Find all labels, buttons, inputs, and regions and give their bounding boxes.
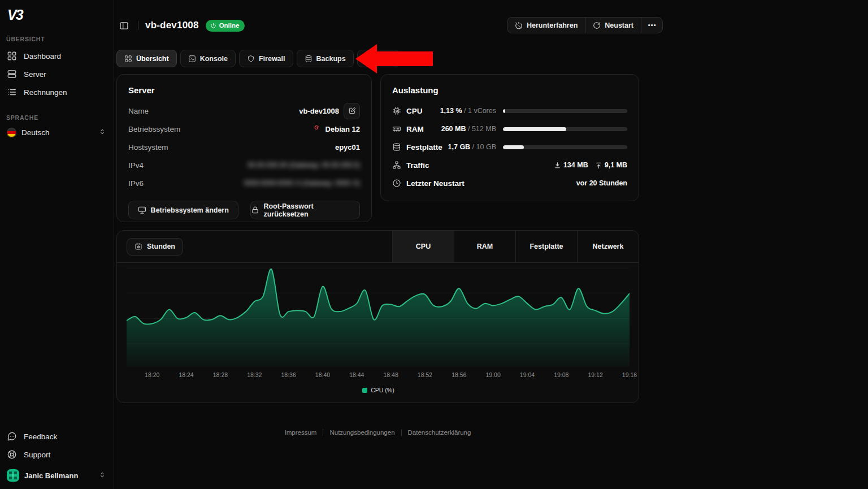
disk-usage-value: 1,7 GB / 10 GB <box>448 143 496 151</box>
footer-link-impressum[interactable]: Impressum <box>285 429 317 436</box>
traffic-download: 134 MB <box>554 161 588 169</box>
server-row-ipv4: IPv4 00.00.000.00 (Gateway: 00.00.000.0) <box>128 156 360 174</box>
sidebar-section-uebersicht: ÜBERSICHT <box>6 36 45 42</box>
edit-name-button[interactable] <box>344 103 360 119</box>
tab-backups[interactable]: Backups <box>297 50 354 67</box>
chevrons-up-down-icon <box>98 128 106 137</box>
chart-tab-festplatte[interactable]: Festplatte <box>515 231 577 262</box>
disk-progress-bar <box>503 145 627 149</box>
monitor-icon <box>138 206 146 214</box>
host-value: epyc01 <box>335 143 360 152</box>
cpu-area-chart <box>127 262 630 367</box>
legend-label: CPU (%) <box>371 387 394 393</box>
cpu-progress-bar <box>503 109 627 113</box>
server-card: Server Name vb-dev1008 Betriebssystem De… <box>116 74 372 222</box>
disk-icon <box>392 142 401 152</box>
cpu-usage-value: 1,13 % / 1 vCores <box>440 107 496 115</box>
language-select[interactable]: Deutsch <box>2 124 111 141</box>
chat-bubble-icon <box>7 431 17 442</box>
chart-x-axis: 18:2018:2418:2818:3218:3618:4018:4418:48… <box>127 371 630 379</box>
last-restart-value: vor 20 Stunden <box>576 179 627 187</box>
ipv6-value-redacted: 0000:0000:0000::0 (Gateway: 0000::0) <box>244 179 360 187</box>
ellipsis-icon: ⋯ <box>648 21 656 29</box>
sidebar-item-rechnungen[interactable]: Rechnungen <box>2 83 111 101</box>
german-flag-icon <box>7 128 16 137</box>
sidebar-item-label: Feedback <box>24 432 57 441</box>
grid-icon <box>7 51 17 61</box>
user-menu[interactable]: Janic Bellmann <box>2 467 111 484</box>
divider <box>138 21 138 30</box>
clock-icon <box>392 179 401 188</box>
grid-icon <box>124 55 132 63</box>
legend-swatch <box>362 388 367 393</box>
pencil-square-icon <box>348 107 356 115</box>
chart-tab-cpu[interactable]: CPU <box>392 231 454 262</box>
power-icon <box>210 23 216 29</box>
x-tick-label: 18:56 <box>452 371 466 378</box>
x-tick-label: 18:48 <box>383 371 398 378</box>
restart-button[interactable]: Neustart <box>585 18 641 33</box>
server-icon <box>7 69 17 79</box>
panel-left-icon <box>119 21 129 31</box>
traffic-upload: 9,1 MB <box>595 161 627 169</box>
upload-icon <box>595 162 602 169</box>
list-icon <box>7 87 17 97</box>
shield-icon <box>247 55 255 63</box>
sidebar: V3 ÜBERSICHT Dashboard Server Rechnungen… <box>0 0 114 489</box>
memory-icon <box>392 124 401 133</box>
more-actions-button[interactable]: ⋯ <box>641 18 662 33</box>
status-badge: Online <box>206 20 245 32</box>
chart-metric-tabs: CPU RAM Festplatte Netzwerk <box>392 231 639 262</box>
sidebar-item-dashboard[interactable]: Dashboard <box>2 47 111 65</box>
change-os-button[interactable]: Betriebssystem ändern <box>128 201 238 219</box>
server-actions: Herunterfahren Neustart ⋯ <box>507 17 663 33</box>
sidebar-item-feedback[interactable]: Feedback <box>2 427 111 445</box>
x-tick-label: 18:32 <box>247 371 262 378</box>
tab-firewall[interactable]: Firewall <box>239 50 293 67</box>
divider <box>323 429 323 436</box>
chart-header: Stunden CPU RAM Festplatte Netzwerk <box>117 231 639 263</box>
footer-link-nutzungsbedingungen[interactable]: Nutzungsbedingungen <box>329 429 394 436</box>
avatar <box>7 469 19 482</box>
sidebar-item-label: Support <box>24 451 50 459</box>
server-row-name: Name vb-dev1008 <box>128 102 360 120</box>
sidebar-item-label: Rechnungen <box>24 88 67 97</box>
x-tick-label: 19:00 <box>486 371 501 378</box>
ram-progress-bar <box>503 127 627 131</box>
sidebar-item-label: Server <box>24 70 46 79</box>
usage-row-last-restart: Letzter Neustart vor 20 Stunden <box>392 174 627 192</box>
x-tick-label: 18:40 <box>315 371 330 378</box>
app-root: V3 ÜBERSICHT Dashboard Server Rechnungen… <box>0 0 868 489</box>
sidebar-item-label: Dashboard <box>24 52 61 60</box>
power-off-icon <box>515 21 523 29</box>
range-select-button[interactable]: Stunden <box>127 238 183 256</box>
x-tick-label: 19:08 <box>554 371 568 378</box>
chart-tab-netzwerk[interactable]: Netzwerk <box>577 231 639 262</box>
sidebar-toggle-button[interactable] <box>116 18 131 33</box>
os-value: Debian 12 <box>326 125 360 133</box>
tab-uebersicht[interactable]: Übersicht <box>116 50 177 67</box>
cpu-icon <box>392 106 401 115</box>
x-tick-label: 18:24 <box>179 371 193 378</box>
ram-usage-value: 260 MB / 512 MB <box>441 125 496 133</box>
debian-logo-icon <box>313 124 321 134</box>
footer-link-datenschutzerklaerung[interactable]: Datenschutzerklärung <box>408 429 471 436</box>
sidebar-item-support[interactable]: Support <box>2 445 111 464</box>
tab-konsole[interactable]: Konsole <box>180 50 236 67</box>
sidebar-item-server[interactable]: Server <box>2 65 111 83</box>
ipv4-value-redacted: 00.00.000.00 (Gateway: 00.00.000.0) <box>248 161 360 169</box>
chart-card: Stunden CPU RAM Festplatte Netzwerk 18:2… <box>116 230 639 403</box>
x-tick-label: 18:20 <box>145 371 159 378</box>
reset-root-password-button[interactable]: Root-Passwort zurücksetzen <box>250 201 361 219</box>
chart-legend: CPU (%) <box>117 387 640 393</box>
database-icon <box>305 55 313 63</box>
network-icon <box>392 161 401 170</box>
x-tick-label: 18:28 <box>213 371 228 378</box>
chart-tab-ram[interactable]: RAM <box>454 231 515 262</box>
sidebar-section-sprache: SPRACHE <box>6 114 38 121</box>
shutdown-button[interactable]: Herunterfahren <box>507 18 585 33</box>
user-name: Janic Bellmann <box>24 471 78 480</box>
usage-row-cpu: CPU 1,13 % / 1 vCores <box>392 102 627 120</box>
server-card-title: Server <box>128 85 360 95</box>
page-title: vb-dev1008 <box>145 20 199 31</box>
